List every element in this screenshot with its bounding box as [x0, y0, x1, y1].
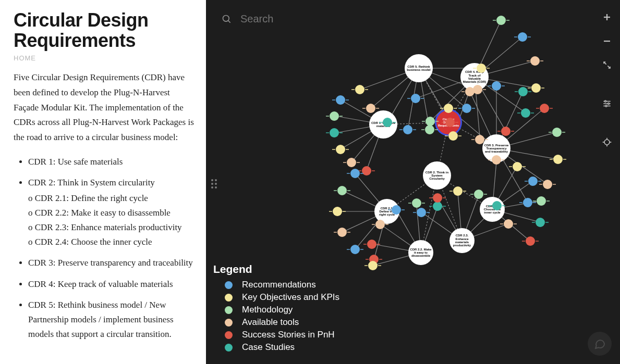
graph-leaf-node[interactable] [526, 236, 535, 246]
chat-button[interactable] [588, 332, 612, 356]
graph-leaf-node[interactable] [552, 128, 562, 137]
zoom-out-button[interactable] [601, 35, 613, 47]
intro-text: Five Circular Design Requirements (CDR) … [14, 70, 194, 145]
graph-leaf-node[interactable] [362, 166, 371, 175]
graph-major-node[interactable]: CDR 2.3. Enhance materials productivity [449, 228, 475, 253]
svg-point-78 [608, 103, 610, 105]
graph-leaf-node[interactable] [355, 85, 364, 94]
zoom-in-button[interactable] [601, 11, 613, 23]
target-button[interactable] [601, 136, 613, 148]
fit-button[interactable] [601, 59, 613, 71]
graph-leaf-node[interactable] [465, 87, 475, 96]
cdr-subitem: o CDR 2.2: Make it easy to disassemble [28, 206, 194, 220]
graph-leaf-node[interactable] [521, 108, 530, 118]
graph-leaf-node[interactable] [492, 201, 502, 210]
graph-leaf-node[interactable] [528, 177, 538, 186]
legend-item[interactable]: Case Studies [213, 342, 339, 353]
legend-swatch [225, 331, 233, 339]
graph-leaf-node[interactable] [350, 245, 360, 254]
graph-major-node[interactable]: CDR 5. Rethink business model [405, 54, 433, 82]
graph-leaf-node[interactable] [477, 64, 486, 73]
legend-label: Available tools [242, 317, 299, 328]
graph-leaf-node[interactable] [537, 196, 546, 206]
graph-leaf-node[interactable] [536, 218, 545, 227]
graph-leaf-node[interactable] [492, 155, 501, 165]
info-panel: Circular Design Requirements HOME Five C… [0, 0, 206, 364]
graph-leaf-node[interactable] [383, 118, 392, 127]
legend-swatch [225, 344, 233, 352]
graph-leaf-node[interactable] [453, 186, 463, 196]
legend: Legend RecommendationsKey Objectives and… [213, 263, 339, 355]
legend-item[interactable]: Available tools [213, 317, 339, 328]
graph-leaf-node[interactable] [330, 128, 339, 137]
breadcrumb-home[interactable]: HOME [14, 54, 36, 62]
graph-leaf-node[interactable] [444, 104, 453, 113]
graph-leaf-node[interactable] [513, 162, 522, 171]
legend-label: Methodology [242, 305, 293, 315]
graph-leaf-node[interactable] [337, 228, 347, 237]
graph-leaf-node[interactable] [518, 87, 528, 96]
graph-leaf-node[interactable] [553, 155, 563, 164]
graph-leaf-node[interactable] [350, 169, 360, 178]
cdr-subitem: o CDR 2.1: Define the right cycle [28, 191, 194, 206]
graph-leaf-node[interactable] [501, 127, 510, 136]
graph-leaf-node[interactable] [531, 83, 541, 93]
graph-leaf-node[interactable] [412, 198, 421, 208]
graph-leaf-node[interactable] [475, 135, 484, 144]
graph-leaf-node[interactable] [336, 95, 345, 105]
legend-label: Case Studies [242, 342, 295, 353]
graph-major-node[interactable]: CDR 2.2. Make it easy to disassemble [408, 240, 433, 265]
cdr-item: CDR 4: Keep track of valuable materials [28, 277, 194, 292]
graph-leaf-node[interactable] [523, 198, 532, 207]
legend-title: Legend [213, 263, 339, 275]
settings-button[interactable] [601, 98, 613, 109]
legend-item[interactable]: Recommendations [213, 280, 339, 290]
graph-leaf-node[interactable] [530, 56, 540, 66]
legend-swatch [225, 319, 233, 327]
legend-swatch [225, 294, 233, 302]
graph-leaf-node[interactable] [518, 32, 527, 42]
graph-toolbar [601, 11, 613, 148]
graph-leaf-node[interactable] [448, 131, 458, 141]
cdr-item: CDR 3: Preserve transparency and traceab… [28, 256, 194, 270]
graph-leaf-node[interactable] [336, 145, 345, 154]
graph-leaf-node[interactable] [375, 220, 385, 229]
cdr-item: CDR 1: Use safe materials [28, 155, 194, 169]
graph-leaf-node[interactable] [347, 158, 356, 167]
svg-point-77 [605, 101, 606, 102]
graph-leaf-node[interactable] [368, 261, 378, 270]
graph-leaf-node[interactable] [403, 125, 412, 134]
cdr-item: CDR 2: Think in System circularityo CDR … [28, 175, 194, 249]
graph-panel: Circular Design RequirementsCDR 1. Use s… [206, 0, 620, 364]
graph-major-node[interactable]: CDR 2. Think in System Circularity [423, 161, 451, 190]
graph-major-node[interactable]: CDR 2.4. Choose the inner cycle [480, 197, 505, 222]
legend-label: Success Stories in PnH [242, 330, 335, 340]
legend-item[interactable]: Methodology [213, 305, 339, 315]
svg-point-79 [605, 105, 607, 107]
graph-leaf-node[interactable] [411, 94, 420, 103]
legend-item[interactable]: Success Stories in PnH [213, 330, 339, 340]
graph-leaf-node[interactable] [504, 219, 513, 229]
graph-leaf-node[interactable] [330, 111, 339, 121]
graph-leaf-node[interactable] [426, 117, 435, 126]
graph-leaf-node[interactable] [366, 104, 375, 113]
legend-label: Recommendations [242, 280, 316, 290]
graph-leaf-node[interactable] [433, 193, 442, 203]
graph-leaf-node[interactable] [445, 118, 455, 127]
graph-leaf-node[interactable] [367, 240, 376, 249]
graph-leaf-node[interactable] [492, 81, 501, 91]
graph-leaf-node[interactable] [337, 186, 347, 195]
graph-leaf-node[interactable] [433, 202, 442, 211]
graph-leaf-node[interactable] [496, 16, 506, 25]
graph-leaf-node[interactable] [333, 207, 342, 216]
page-title: Circular Design Requirements [14, 10, 194, 51]
graph-leaf-node[interactable] [417, 208, 426, 217]
graph-leaf-node[interactable] [474, 190, 483, 199]
graph-leaf-node[interactable] [462, 104, 471, 113]
cdr-list: CDR 1: Use safe materialsCDR 2: Think in… [14, 155, 194, 342]
legend-item[interactable]: Key Objectives and KPIs [213, 292, 339, 303]
graph-leaf-node[interactable] [392, 205, 401, 215]
graph-leaf-node[interactable] [540, 104, 549, 113]
graph-leaf-node[interactable] [425, 125, 434, 134]
graph-leaf-node[interactable] [543, 180, 552, 189]
